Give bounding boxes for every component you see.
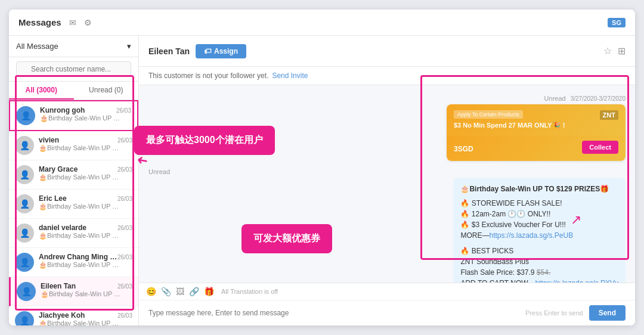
contact-info: daniel velarde 26/03 🎂Birthday Sale-Win … [39, 224, 132, 240]
main-chat: Eileen Tan 🏷 Assign ☆ ⊞ This customer is… [139, 36, 635, 325]
press-enter-text: Press Enter to send [525, 309, 583, 317]
contact-item[interactable]: 👤 Eric Lee 26/03 🎂Birthday Sale-Win UP T… [9, 190, 138, 219]
header-left: Messages ✉ ⚙ [18, 17, 94, 28]
notification-bar: This customer is not your follower yet. … [139, 67, 635, 85]
chat-toolbar: 😊 📎 🖼 🔗 🎁 All Translation is off [139, 283, 635, 300]
contact-preview: 🎂Birthday Sale-Win UP TO $129 P RIZES🎁 [39, 261, 122, 269]
message-line1: 🔥 STOREWIDE FLASH SALE! [460, 198, 618, 209]
voucher-logo: ZNT [600, 110, 618, 120]
contact-name: Mary Grace [39, 165, 78, 173]
contact-date: 26/03 [117, 137, 132, 144]
unread-label-2: Unread [148, 168, 170, 175]
voucher-title: $3 No Min Spend 27 MAR ONLY🎉！ [454, 121, 567, 130]
chat-customer-name: Eileen Tan [148, 46, 190, 56]
contact-preview: 🎂Birthday Sale-Win UP TO $129 P RIZES🎁 [39, 173, 122, 181]
assign-icon: 🏷 [204, 47, 211, 55]
voucher-card: Apply To Certain Products $3 No Min Spen… [447, 104, 626, 161]
mail-icon[interactable]: ✉ [67, 17, 78, 28]
sidebar-search: 🔍 [9, 57, 138, 82]
assign-button[interactable]: 🏷 Assign [196, 44, 246, 58]
avatar: 👤 [15, 194, 34, 213]
filter-dropdown[interactable]: All Message ▾ [16, 41, 131, 52]
contact-date: 26/03 [117, 312, 132, 319]
chat-header: Eileen Tan 🏷 Assign ☆ ⊞ [139, 36, 635, 67]
contact-preview: 🎂Birthday Sale-Win UP TO $129 P RIZES🎁 [39, 144, 122, 152]
contact-date: 26/03 [117, 283, 132, 290]
chat-messages: Unread 3/27/2020-3/27/2020 Apply To Cert… [139, 85, 635, 283]
contact-preview: 🎂Birthday Sale-Win UP TO $129 P RIZES🎁 [41, 290, 124, 298]
message-title: 🎂Birthday Sale-Win UP TO $129 PRIZES🎁 [460, 184, 618, 194]
emoji-icon[interactable]: 😊 [146, 287, 156, 296]
message-line6: ZNT SoundBass Plus [460, 256, 618, 267]
contact-preview: 🎂Birthday Sale-Win UP TO $129 P RIZES🎁 [39, 232, 122, 240]
contact-item[interactable]: 👤 Andrew Chang Ming K... 26/03 🎂Birthday… [9, 248, 138, 277]
contact-name: Andrew Chang Ming K... [39, 253, 117, 261]
message-strike: $54. [537, 268, 550, 277]
message-line7: Flash Sale Price: $37.9 $54. [460, 267, 618, 278]
assign-label: Assign [214, 47, 238, 55]
link-icon[interactable]: 🔗 [189, 287, 199, 296]
tab-unread[interactable]: Unread (0) [74, 82, 139, 100]
message-line5: 🔥 BEST PICKS [460, 246, 618, 256]
contact-info: Andrew Chang Ming K... 26/03 🎂Birthday S… [39, 253, 132, 269]
avatar: 👤 [15, 224, 34, 243]
send-invite-link[interactable]: Send Invite [272, 72, 308, 80]
tab-all[interactable]: All (3000) [9, 82, 74, 100]
message-line2: 🔥 12am-2am 🕛🕛 ONLY!! [460, 209, 618, 219]
contact-list: 👤 Kunrong goh 26/03 🎂Birthday Sale-Win U… [9, 100, 138, 325]
contact-info: vivien 26/03 🎂Birthday Sale-Win UP TO $1… [39, 136, 132, 152]
filter-label: All Message [16, 42, 58, 51]
message-link1[interactable]: https://s.lazada.sg/s.PeUB [489, 231, 573, 240]
contact-info: Mary Grace 26/03 🎂Birthday Sale-Win UP T… [39, 165, 132, 181]
contact-item[interactable]: 👤 Jiachyee Koh 26/03 🎂Birthday Sale-Win … [9, 306, 138, 325]
contact-name: vivien [39, 136, 59, 144]
contact-date: 26/03 [117, 196, 132, 202]
expand-icon[interactable]: ⊞ [618, 45, 626, 57]
contact-name: daniel velarde [39, 224, 86, 232]
voucher-body: 3SGD Collect [447, 136, 626, 161]
contact-date: 26/03 [117, 254, 132, 260]
message-section2: 🔥 BEST PICKS ZNT SoundBass Plus Flash Sa… [460, 246, 618, 283]
contact-preview: 🎂Birthday Sale-Win UP TO $129 P RIZES🎁 [39, 203, 122, 210]
chat-header-left: Eileen Tan 🏷 Assign [148, 44, 246, 58]
unread-label-1: Unread [544, 95, 566, 102]
contact-item[interactable]: 👤 Kunrong goh 26/03 🎂Birthday Sale-Win U… [9, 100, 138, 131]
avatar: 👤 [15, 136, 34, 155]
translation-text: All Translation is off [221, 288, 278, 295]
avatar: 👤 [16, 106, 35, 125]
send-button[interactable]: Send [589, 305, 626, 321]
contact-item[interactable]: 👤 vivien 26/03 🎂Birthday Sale-Win UP TO … [9, 131, 138, 160]
avatar: 👤 [15, 165, 34, 184]
attachment-icon[interactable]: 📎 [161, 287, 171, 296]
contact-preview: 🎂Birthday Sale-Win UP TO $129 P RIZES🎁 [40, 114, 123, 122]
contact-item[interactable]: 👤 daniel velarde 26/03 🎂Birthday Sale-Wi… [9, 219, 138, 248]
avatar: 👤 [17, 282, 36, 301]
star-icon[interactable]: ☆ [603, 45, 612, 57]
chat-input[interactable] [148, 309, 525, 317]
header-icons: ✉ ⚙ [67, 17, 94, 28]
collect-button[interactable]: Collect [582, 141, 618, 154]
image-icon[interactable]: 🖼 [176, 287, 184, 296]
gift-icon[interactable]: 🎁 [204, 287, 214, 296]
avatar: 👤 [15, 311, 34, 325]
send-area: Press Enter to send Send [525, 305, 626, 321]
contact-name: Eric Lee [39, 194, 67, 203]
contact-item[interactable]: 👤 Mary Grace 26/03 🎂Birthday Sale-Win UP… [9, 160, 138, 190]
contact-date: 26/03 [116, 107, 131, 114]
settings-icon[interactable]: ⚙ [83, 17, 94, 28]
voucher-header-left: Apply To Certain Products $3 No Min Spen… [454, 110, 567, 130]
message-line4: MORE—https://s.lazada.sg/s.PeUB [460, 230, 618, 241]
tabs-row: All (3000) Unread (0) [9, 82, 138, 100]
header-right: SG [608, 18, 626, 27]
chat-messages-wrapper: Unread 3/27/2020-3/27/2020 Apply To Cert… [139, 85, 635, 283]
message-line8: ADD TO CART NOW—https://s.lazada.sg/s.PX… [460, 278, 618, 283]
contact-date: 26/03 [117, 166, 132, 173]
voucher-header: Apply To Certain Products $3 No Min Spen… [447, 104, 626, 136]
search-input[interactable] [16, 61, 131, 77]
voucher-currency: SGD [458, 145, 473, 153]
contact-info: Eric Lee 26/03 🎂Birthday Sale-Win UP TO … [39, 194, 132, 210]
contact-info: Jiachyee Koh 26/03 🎂Birthday Sale-Win UP… [39, 311, 132, 325]
sidebar-filter: All Message ▾ [9, 36, 138, 57]
unread-date: 3/27/2020-3/27/2020 [571, 95, 626, 102]
contact-item[interactable]: 👤 Eileen Tan 26/03 🎂Birthday Sale-Win UP… [9, 277, 138, 306]
